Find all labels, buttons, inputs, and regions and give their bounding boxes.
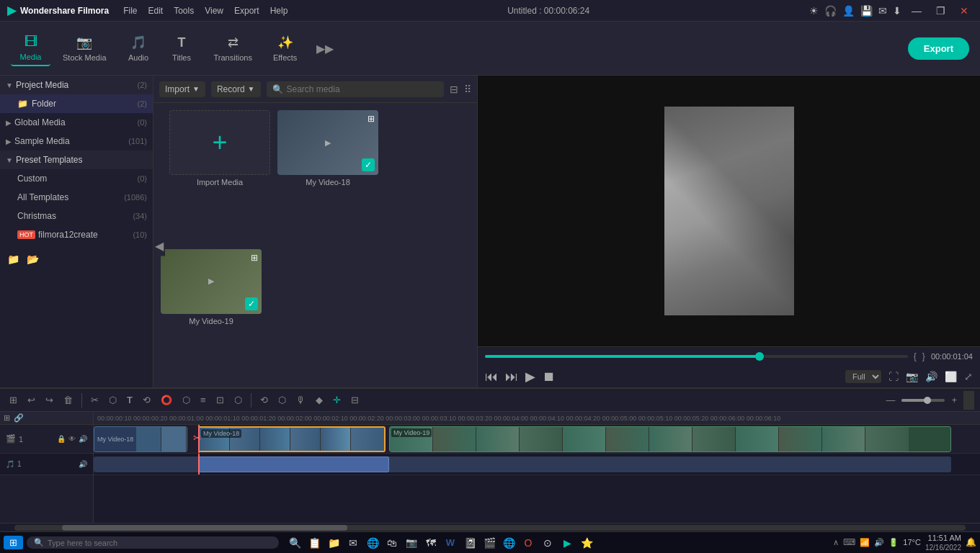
menu-view[interactable]: View: [205, 6, 223, 16]
close-button[interactable]: ✕: [956, 5, 973, 17]
tl-delete-icon[interactable]: 🗑: [60, 392, 76, 408]
minimize-button[interactable]: —: [907, 5, 926, 17]
toolbar-titles[interactable]: T Titles: [162, 32, 202, 66]
expand-preview-icon[interactable]: ⤢: [964, 371, 973, 382]
tray-keyboard[interactable]: ⌨: [843, 537, 855, 547]
tray-battery[interactable]: 🔋: [888, 538, 899, 547]
link-icon[interactable]: 🔗: [14, 413, 24, 423]
sidebar-item-folder[interactable]: 📁 Folder (2): [0, 94, 153, 113]
media-arrow-left[interactable]: ◀: [153, 235, 165, 256]
taskbar-app-onenote[interactable]: 📓: [461, 534, 478, 552]
more-options-icon[interactable]: ⠿: [464, 84, 471, 95]
taskbar-app-youcam[interactable]: ⭐: [578, 534, 595, 552]
menu-export[interactable]: Export: [234, 6, 259, 16]
zoom-slider[interactable]: [901, 399, 945, 402]
tl-motion-icon[interactable]: ✛: [329, 392, 344, 408]
save-icon[interactable]: 💾: [860, 5, 873, 17]
media-item-video18[interactable]: ▶ ⊞ ✓ My Video-18: [277, 110, 378, 242]
headset-icon[interactable]: 🎧: [824, 5, 837, 17]
taskbar-app-opera[interactable]: O: [520, 534, 537, 552]
tray-volume[interactable]: 🔊: [874, 538, 884, 547]
tl-stabilize-icon[interactable]: ⊟: [347, 392, 362, 408]
tl-ai-icon[interactable]: ⟲: [257, 392, 272, 408]
import-button[interactable]: Import ▼: [159, 81, 205, 97]
tl-mask-icon[interactable]: ⬡: [275, 392, 290, 408]
stop-button[interactable]: ⏹: [543, 369, 556, 385]
tl-keyframe-icon[interactable]: ◆: [312, 392, 326, 408]
play-back-icon[interactable]: ⏮: [485, 369, 498, 385]
pip-icon[interactable]: ⬜: [945, 371, 957, 382]
taskbar-app-mail[interactable]: ✉: [344, 534, 362, 552]
export-button[interactable]: Export: [908, 37, 969, 60]
tl-text-icon[interactable]: T: [123, 392, 136, 408]
video-clip-v19[interactable]: My Video-19: [389, 426, 951, 452]
add-item-icon[interactable]: 📂: [27, 253, 39, 265]
taskbar-app-chrome[interactable]: ⊙: [539, 534, 556, 552]
tl-freeze-icon[interactable]: ⬡: [231, 392, 246, 408]
tl-redo-icon[interactable]: ↪: [42, 392, 57, 408]
snapshot-icon[interactable]: 📷: [906, 371, 918, 382]
tl-undo-icon[interactable]: ↩: [24, 392, 39, 408]
toolbar-audio[interactable]: 🎵 Audio: [119, 31, 159, 66]
sidebar-item-custom[interactable]: Custom (0): [0, 169, 153, 188]
account-icon[interactable]: 👤: [842, 5, 855, 17]
quality-select[interactable]: Full: [845, 370, 881, 383]
start-button[interactable]: ⊞: [4, 536, 23, 549]
timeline-scrollbar[interactable]: [0, 523, 980, 531]
video-clip-v18-first[interactable]: My Video-18: [94, 426, 187, 452]
taskbar-app-maps[interactable]: 🗺: [422, 534, 440, 552]
toolbar-transitions[interactable]: ⇄ Transitions: [205, 31, 261, 66]
menu-help[interactable]: Help: [270, 6, 288, 16]
import-media-item[interactable]: + Import Media: [169, 110, 270, 242]
audio-track-volume-icon[interactable]: 🔊: [79, 460, 87, 468]
add-track-icon[interactable]: ⊞: [4, 413, 10, 423]
menu-file[interactable]: File: [123, 6, 137, 16]
maximize-button[interactable]: ❐: [932, 5, 950, 17]
tl-zoom-out-icon[interactable]: —: [882, 392, 899, 408]
track-eye-icon[interactable]: 👁: [68, 435, 76, 443]
tl-speed-icon[interactable]: ⬡: [105, 392, 120, 408]
taskbar-app-taskview[interactable]: 📋: [306, 534, 323, 552]
step-back-icon[interactable]: ⏭: [505, 369, 518, 385]
taskbar-search-box[interactable]: 🔍: [27, 536, 279, 549]
search-box[interactable]: 🔍: [267, 81, 444, 97]
taskbar-app-edge[interactable]: 🌐: [500, 534, 517, 552]
mail-icon[interactable]: ✉: [878, 5, 887, 17]
sidebar-item-project-media[interactable]: ▼ Project Media (2): [0, 76, 153, 94]
fullscreen-icon[interactable]: ⛶: [888, 371, 899, 382]
taskbar-app-browser[interactable]: 🌐: [364, 534, 381, 552]
taskbar-app-word[interactable]: W: [442, 534, 459, 552]
toolbar-expand[interactable]: ▶▶: [313, 38, 337, 59]
taskbar-app-explorer[interactable]: 📁: [325, 534, 342, 552]
preview-progress-bar[interactable]: [485, 355, 908, 358]
sidebar-item-filmora12create[interactable]: HOT filmora12create (10): [0, 225, 153, 244]
play-button[interactable]: ▶: [525, 369, 535, 385]
tl-zoom-in-icon[interactable]: +: [948, 392, 961, 408]
menu-tools[interactable]: Tools: [174, 6, 194, 16]
taskbar-clock[interactable]: 11:51 AM 12/16/2022: [925, 533, 961, 552]
track-volume-icon[interactable]: 🔊: [79, 435, 87, 443]
tl-color-icon[interactable]: ⬡: [179, 392, 194, 408]
record-button[interactable]: Record ▼: [211, 81, 261, 97]
tl-audio-icon[interactable]: ≡: [197, 392, 210, 408]
tl-rotate-icon[interactable]: ⟲: [139, 392, 154, 408]
tl-split-icon[interactable]: ⊡: [213, 392, 228, 408]
tl-mic-icon[interactable]: 🎙: [293, 392, 309, 408]
media-item-video19[interactable]: ▶ ⊞ ✓ My Video-19: [161, 249, 262, 381]
tl-grid-icon[interactable]: ⊞: [6, 392, 21, 408]
sidebar-item-sample-media[interactable]: ▶ Sample Media (101): [0, 132, 153, 150]
notification-icon[interactable]: 🔔: [966, 537, 976, 547]
toolbar-effects[interactable]: ✨ Effects: [264, 31, 306, 66]
toolbar-media[interactable]: 🎞 Media: [11, 31, 50, 66]
taskbar-app-store[interactable]: 🛍: [383, 534, 401, 552]
sidebar-item-global-media[interactable]: ▶ Global Media (0): [0, 113, 153, 132]
filter-icon[interactable]: ⊟: [450, 84, 458, 95]
add-folder-icon[interactable]: 📁: [7, 253, 19, 265]
tl-crop-icon[interactable]: ⭕: [157, 392, 176, 408]
tl-panel-expand[interactable]: [963, 391, 974, 410]
sidebar-item-all-templates[interactable]: All Templates (1086): [0, 188, 153, 207]
taskbar-search-input[interactable]: [48, 539, 272, 547]
taskbar-app-filmora-pinned[interactable]: ▶: [558, 534, 576, 552]
sidebar-section-preset-templates[interactable]: ▼ Preset Templates: [0, 150, 153, 169]
menu-edit[interactable]: Edit: [148, 6, 163, 16]
